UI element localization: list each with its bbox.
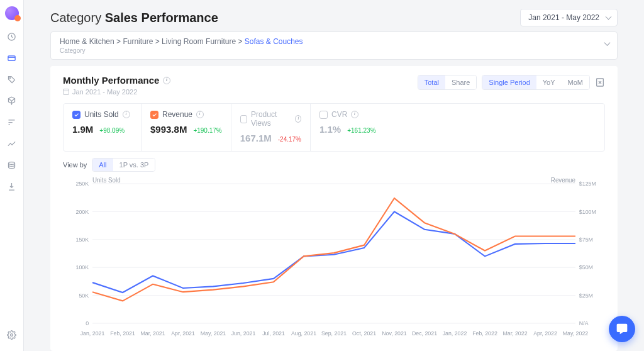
metric-label: Revenue [162,110,192,119]
nav-icon-spark[interactable] [7,138,17,148]
viewby-toggle: All1P vs. 3P [92,158,155,172]
metrics-row: Units Sold 1.9M +98.09% Revenue $993.8M … [63,103,605,152]
metric-product-views[interactable]: Product Views 167.1M -24.17% [231,104,311,151]
svg-text:200K: 200K [76,208,89,215]
toggle-total[interactable]: Total [418,75,445,89]
panel-subtitle: Jan 2021 - May 2022 [63,88,170,96]
nav-icon-download[interactable] [7,181,17,191]
viewby-1p-vs-3p[interactable]: 1P vs. 3P [113,159,155,171]
metric-label: Units Sold [84,110,119,119]
nav-icon-clock[interactable] [7,31,17,42]
svg-text:$50M: $50M [579,264,593,271]
svg-text:Feb, 2022: Feb, 2022 [472,330,497,337]
svg-text:250K: 250K [76,181,89,187]
breadcrumb[interactable]: Home & Kitchen > Furniture > Living Room… [50,31,618,60]
svg-text:Jul, 2021: Jul, 2021 [262,330,285,337]
checkbox-icon[interactable] [240,115,247,123]
breadcrumb-sub: Category [60,47,598,54]
svg-point-3 [9,162,15,164]
svg-text:$125M: $125M [579,181,596,187]
nav-icon-card[interactable] [7,53,17,63]
svg-text:Jun, 2021: Jun, 2021 [231,330,256,337]
metric-delta: +161.23% [347,127,375,134]
svg-text:Mar, 2022: Mar, 2022 [502,330,527,337]
calendar-icon [63,89,69,95]
svg-text:Units Sold: Units Sold [92,176,121,184]
metric-cvr[interactable]: CVR 1.1% +161.23% [311,104,389,151]
nav-icon-chart[interactable] [7,117,17,127]
toggle-mom[interactable]: MoM [562,75,589,89]
info-icon[interactable] [123,111,130,118]
metric-value: $993.8M [150,124,187,135]
svg-text:Mar, 2021: Mar, 2021 [140,330,165,337]
svg-text:Revenue: Revenue [551,176,575,184]
viewby-label: View by [63,161,87,169]
metric-value: 1.1% [319,124,341,135]
svg-text:N/A: N/A [579,320,589,327]
svg-text:Oct, 2021: Oct, 2021 [352,330,376,337]
info-icon[interactable] [295,115,301,123]
svg-point-2 [9,77,10,78]
nav-icon-cube[interactable] [7,96,17,106]
svg-text:Apr, 2021: Apr, 2021 [171,330,195,337]
monthly-performance-panel: Monthly Performance Jan 2021 - May 2022 … [50,66,618,351]
svg-text:150K: 150K [76,237,89,243]
svg-rect-1 [8,55,15,60]
nav-icon-settings[interactable] [7,330,17,340]
svg-text:Sep, 2021: Sep, 2021 [321,330,347,337]
svg-text:100K: 100K [76,264,89,271]
metric-delta: +190.17% [193,127,221,134]
app-sidebar [0,0,24,351]
svg-text:$100M: $100M [579,208,596,215]
svg-text:$75M: $75M [579,237,593,243]
metric-delta: -24.17% [278,136,301,143]
breadcrumb-path: Home & Kitchen > Furniture > Living Room… [60,37,598,46]
page-title: Category Sales Performance [50,11,218,25]
toggle-share[interactable]: Share [445,75,476,89]
viewby-all[interactable]: All [92,159,113,171]
toggle-single-period[interactable]: Single Period [482,75,536,89]
svg-text:$25M: $25M [579,292,593,299]
checkbox-icon[interactable] [319,111,328,119]
info-icon[interactable] [163,77,170,84]
svg-text:Dec, 2021: Dec, 2021 [412,330,437,337]
svg-text:Jan, 2021: Jan, 2021 [80,330,105,337]
performance-chart: 050K100K150K200K250KN/A$25M$50M$75M$100M… [63,176,605,340]
logo [5,6,19,20]
metric-units-sold[interactable]: Units Sold 1.9M +98.09% [64,104,142,151]
metric-value: 167.1M [240,133,272,143]
checkbox-icon[interactable] [72,111,80,119]
metric-label: CVR [331,110,347,119]
svg-text:Apr, 2022: Apr, 2022 [533,330,557,337]
metric-value: 1.9M [72,124,93,135]
checkbox-icon[interactable] [150,111,158,119]
export-excel-icon[interactable] [595,77,605,87]
chat-button[interactable] [609,316,635,342]
metric-revenue[interactable]: Revenue $993.8M +190.17% [142,104,231,151]
nav-icon-tag[interactable] [7,74,17,84]
info-icon[interactable] [196,111,204,118]
svg-text:Aug, 2021: Aug, 2021 [291,330,316,337]
svg-text:Nov, 2021: Nov, 2021 [382,330,406,337]
svg-point-4 [11,333,13,336]
svg-text:Feb, 2021: Feb, 2021 [110,330,135,337]
svg-text:May, 2021: May, 2021 [201,330,226,337]
toggle-yoy[interactable]: YoY [536,75,562,89]
metric-delta: +98.09% [99,127,125,134]
period-toggle: Single PeriodYoYMoM [482,75,590,90]
svg-text:May, 2022: May, 2022 [563,330,588,337]
info-icon[interactable] [351,111,358,118]
svg-text:Jan, 2022: Jan, 2022 [443,330,467,337]
svg-text:50K: 50K [79,292,89,299]
date-range-picker[interactable]: Jan 2021 - May 2022 [520,9,618,26]
main-area: Category Sales Performance Jan 2021 - Ma… [24,0,644,351]
metric-label: Product Views [251,110,291,128]
panel-title: Monthly Performance [63,75,170,86]
nav-icon-coins[interactable] [7,160,17,170]
svg-text:0: 0 [86,320,89,327]
total-share-toggle: TotalShare [418,75,477,90]
